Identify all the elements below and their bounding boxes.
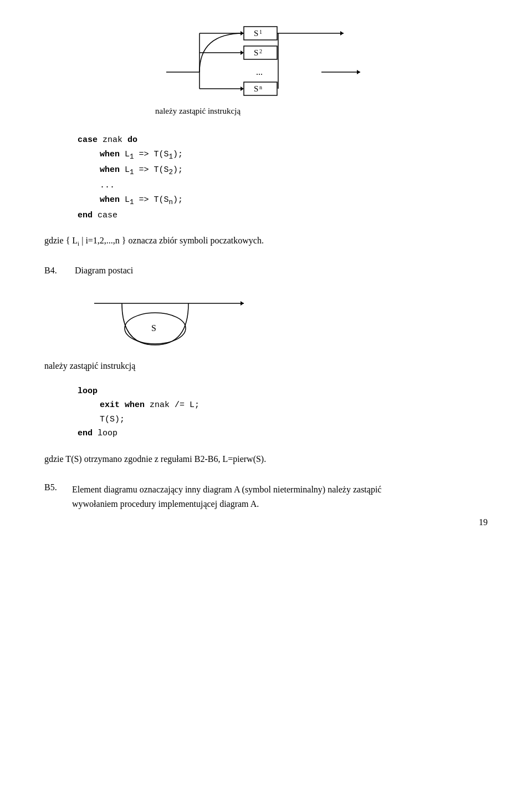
exit-when-line: exit when znak /= L; [78, 398, 488, 413]
loop-diagram: S [44, 287, 488, 348]
loop-line: loop [78, 384, 488, 399]
code-dots: ... [100, 181, 115, 190]
end-case-text: case [98, 211, 117, 220]
when3-l1: L1 => T(Sn); [125, 195, 183, 205]
end-loop-line: end loop [78, 426, 488, 441]
loop-arrow-right [241, 301, 244, 306]
b4-number: B4. [44, 266, 64, 276]
sn-subscript: n [259, 84, 262, 90]
when3-keyword: when [100, 195, 120, 205]
b5-section: B5. Element diagramu oznaczający inny di… [44, 482, 488, 511]
exit-keyword: exit [100, 400, 120, 410]
b4-title: Diagram postaci [75, 266, 133, 276]
top-diagram: S 1 S 2 ... S n [44, 22, 488, 122]
when2-line: when L1 => T(S2); [78, 163, 488, 179]
top-diagram-svg: S 1 S 2 ... S n [155, 22, 377, 122]
loop-keyword: loop [78, 387, 98, 396]
ts-line: T(S); [78, 413, 488, 427]
nalezy-text: należy zastąpić instrukcją [44, 359, 488, 373]
code-case-block: case znak do when L1 => T(S1); when L1 =… [78, 133, 488, 222]
s2-subscript: 2 [259, 48, 262, 54]
end-case-line: end case [78, 209, 488, 223]
when-keyword: when [125, 400, 145, 410]
nalezy-label-top: należy zastąpić instrukcją [155, 106, 241, 115]
s2-label: S [254, 48, 258, 57]
do-keyword: do [127, 135, 137, 145]
arrow-right-main [357, 70, 360, 74]
case-znak: znak [103, 135, 127, 145]
sn-label: S [254, 84, 258, 93]
arrow-to-s1 [241, 31, 244, 35]
case-keyword: case [78, 135, 98, 145]
s1-label: S [254, 29, 258, 38]
page-number: 19 [479, 517, 488, 527]
s1-subscript: 1 [259, 29, 262, 35]
end-keyword: end [78, 211, 93, 220]
exit-rest: znak /= L; [150, 400, 200, 410]
arrow-to-sn [241, 87, 244, 91]
ts-text: T(S); [100, 415, 125, 424]
s-oval-label: S [151, 323, 156, 333]
loop-diagram-svg: S [89, 287, 266, 348]
gdzie2-text: gdzie T(S) otrzymano zgodnie z regułami … [44, 452, 488, 466]
b4-section: B4. Diagram postaci [44, 266, 488, 276]
dots-label: ... [256, 67, 263, 77]
when1-l1: L1 => T(S1); [125, 150, 183, 159]
case-line: case znak do [78, 133, 488, 148]
b5-text2: wywołaniem procedury implementującej dia… [72, 499, 259, 509]
when1-line: when L1 => T(S1); [78, 148, 488, 163]
arrow-to-s2 [241, 50, 244, 55]
when1-keyword: when [100, 150, 120, 159]
dots-line: ... [78, 179, 488, 193]
gdzie-text: gdzie { Li | i=1,2,...,n } oznacza zbiór… [44, 233, 488, 249]
end-loop-rest: loop [98, 429, 117, 438]
b5-text1: Element diagramu oznaczający inny diagra… [72, 485, 381, 494]
page-container: S 1 S 2 ... S n [0, 0, 532, 544]
end-loop-keyword: end [78, 429, 93, 438]
when2-keyword: when [100, 165, 120, 175]
arrow-right-top [340, 31, 344, 35]
code-loop-block: loop exit when znak /= L; T(S); end loop [78, 384, 488, 441]
when3-line: when L1 => T(Sn); [78, 193, 488, 209]
when2-l1: L1 => T(S2); [125, 165, 183, 175]
b5-text: Element diagramu oznaczający inny diagra… [72, 482, 488, 511]
b5-number: B5. [44, 482, 61, 511]
